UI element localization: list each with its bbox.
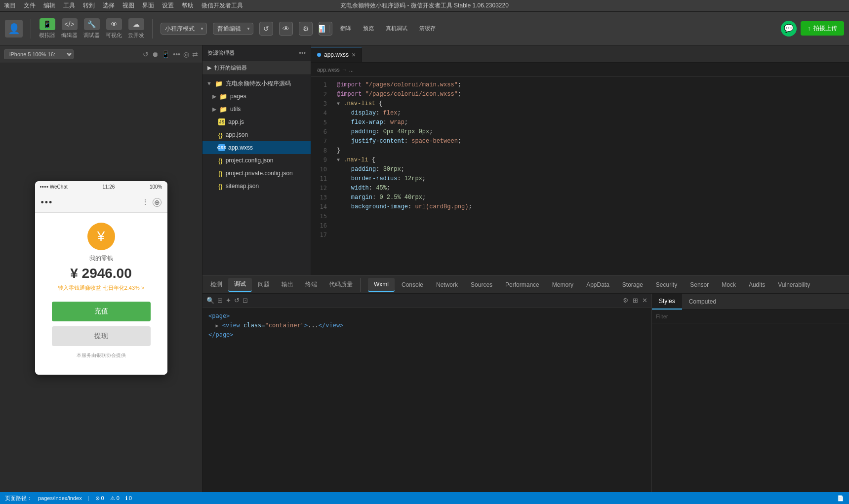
visual-toolbar-btn[interactable]: 👁 可视化 <box>106 18 122 39</box>
tab-storage[interactable]: Storage <box>616 278 649 292</box>
tab-debug[interactable]: 调试 <box>228 278 252 292</box>
styles-tabs: Styles Computed <box>652 294 849 310</box>
folder-pages[interactable]: ▶ 📁 pages <box>202 90 311 103</box>
record-icon[interactable]: ⏺ <box>152 50 159 58</box>
editor-icon: </> <box>62 18 78 30</box>
tab-memory[interactable]: Memory <box>546 278 579 292</box>
back-dots: ••• <box>41 197 53 208</box>
mode-select-wrapper[interactable]: 小程序模式 <box>161 23 207 35</box>
config-btn[interactable]: ⚙ <box>299 22 313 36</box>
file-appjs[interactable]: JS app.js <box>202 116 311 128</box>
page-path-label: 页面路径： <box>5 495 32 502</box>
tab-computed[interactable]: Computed <box>682 294 723 310</box>
menu-item-edit[interactable]: 编辑 <box>43 1 55 10</box>
menu-item-settings[interactable]: 设置 <box>162 1 174 10</box>
tab-vulnerability[interactable]: Vulnerability <box>772 278 816 292</box>
share-icon[interactable]: ⋮ <box>142 198 149 207</box>
upload-btn[interactable]: ↑ 拍摄上传 <box>801 21 844 36</box>
file-appjson[interactable]: {} app.json <box>202 128 311 141</box>
tab-wxml[interactable]: Wxml <box>368 278 395 292</box>
open-editor-btn[interactable]: ▶ 打开的编辑器 <box>202 61 311 75</box>
tab-sources[interactable]: Sources <box>465 278 498 292</box>
menu-item-file[interactable]: 文件 <box>24 1 36 10</box>
detach-icon[interactable]: ⊞ <box>633 297 638 304</box>
menu-item-goto[interactable]: 转到 <box>83 1 95 10</box>
menu-item-interface[interactable]: 界面 <box>142 1 154 10</box>
projectconfig-label: project.config.json <box>226 157 274 164</box>
tab-security[interactable]: Security <box>650 278 683 292</box>
tab-appdata[interactable]: AppData <box>580 278 615 292</box>
xpath-icon[interactable]: ✦ <box>226 297 231 304</box>
breadcrumb-sep1: → <box>342 67 347 73</box>
expand-icon[interactable]: ⊡ <box>243 297 248 304</box>
editor-mode-select[interactable]: 普通编辑 <box>213 23 253 35</box>
circle-btn[interactable]: ⊕ <box>153 198 162 207</box>
device-select-wrapper[interactable]: iPhone 5 100% 16: <box>4 49 74 59</box>
mode-select[interactable]: 小程序模式 <box>161 23 207 35</box>
close-tab-icon[interactable]: × <box>352 51 356 59</box>
tab-styles[interactable]: Styles <box>652 294 682 310</box>
tab-console[interactable]: Console <box>396 278 429 292</box>
code-content[interactable]: @import "/pages/colorui/main.wxss"; @imp… <box>331 77 849 275</box>
reload-icon[interactable]: ↺ <box>143 50 149 58</box>
device-select[interactable]: iPhone 5 100% 16: <box>4 49 74 59</box>
more-btn[interactable]: 📊 ▾ <box>319 22 332 36</box>
phone-icon[interactable]: 📱 <box>162 50 170 58</box>
folder-utils[interactable]: ▶ 📁 utils <box>202 103 311 116</box>
file-sitemap[interactable]: {} sitemap.json <box>202 180 311 193</box>
more-right[interactable]: ▾ <box>329 25 333 33</box>
menu-item-view[interactable]: 视图 <box>122 1 134 10</box>
tab-detect[interactable]: 检测 <box>204 278 228 292</box>
translate-label[interactable]: 翻译 <box>340 25 351 32</box>
project-root[interactable]: ▼ 📁 充电余额特效小程序源码 <box>202 77 311 90</box>
appjs-label: app.js <box>228 118 244 125</box>
close-panel-icon[interactable]: ✕ <box>642 297 647 304</box>
menu-item-project[interactable]: 项目 <box>4 1 16 10</box>
battery-status: 100% <box>150 184 162 190</box>
tab-audits[interactable]: Audits <box>743 278 771 292</box>
cloud-toolbar-btn[interactable]: ☁ 云开发 <box>128 18 144 39</box>
charge-btn[interactable]: 充值 <box>52 302 151 321</box>
simulator-toolbar-btn[interactable]: 📱 模拟器 <box>39 18 55 39</box>
menu-item-help[interactable]: 帮助 <box>182 1 194 10</box>
tab-terminal[interactable]: 终端 <box>299 278 323 292</box>
filter-input[interactable] <box>656 313 845 319</box>
withdraw-btn[interactable]: 提现 <box>52 326 151 346</box>
file-appwxss[interactable]: CSS app.wxss <box>202 141 311 154</box>
more-left[interactable]: 📊 <box>319 25 329 33</box>
projectprivate-label: project.private.config.json <box>226 170 293 177</box>
menu-item-devtools[interactable]: 微信开发者工具 <box>202 1 243 10</box>
file-icon-more[interactable]: ••• <box>299 49 306 57</box>
tab-mock[interactable]: Mock <box>716 278 742 292</box>
refresh-btn[interactable]: ↺ <box>259 22 273 36</box>
toolbar-separator-1 <box>31 19 31 39</box>
editor-tab-appwxss[interactable]: app.wxss × <box>311 47 362 62</box>
dots-icon[interactable]: ••• <box>173 50 180 58</box>
machine-test-label[interactable]: 真机调试 <box>386 25 407 32</box>
preview-btn[interactable]: 👁 <box>279 22 293 36</box>
refresh-wxml-icon[interactable]: ↺ <box>234 297 240 304</box>
menu-item-tools[interactable]: 工具 <box>63 1 75 10</box>
editor-mode-wrapper[interactable]: 普通编辑 <box>213 23 253 35</box>
tab-output[interactable]: 输出 <box>276 278 299 292</box>
menu-item-select[interactable]: 选择 <box>103 1 115 10</box>
editor-toolbar-btn[interactable]: </> 编辑器 <box>61 18 78 39</box>
tab-wxml-label: Wxml <box>374 281 389 288</box>
styles-filter[interactable] <box>652 310 849 323</box>
switch-icon[interactable]: ⇄ <box>192 50 198 58</box>
tab-network[interactable]: Network <box>430 278 464 292</box>
debugger-toolbar-btn[interactable]: 🔧 调试器 <box>83 18 100 39</box>
settings-icon[interactable]: ⚙ <box>623 297 629 304</box>
circle-icon[interactable]: ◎ <box>183 50 189 58</box>
tab-codequality[interactable]: 代码质量 <box>323 278 359 292</box>
file-projectconfig[interactable]: {} project.config.json <box>202 154 311 167</box>
inspect-icon[interactable]: 🔍 <box>206 297 214 304</box>
wxml-icon[interactable]: ⊞ <box>217 297 223 304</box>
tab-performance[interactable]: Performance <box>499 278 545 292</box>
file-projectprivate[interactable]: {} project.private.config.json <box>202 167 311 180</box>
tab-sensor[interactable]: Sensor <box>684 278 715 292</box>
clear-cache-label[interactable]: 清缓存 <box>419 25 436 32</box>
wxml-content: <page> ▶ <view class="container">...</vi… <box>202 308 651 492</box>
tab-issue[interactable]: 问题 <box>252 278 276 292</box>
preview-label[interactable]: 预览 <box>363 25 374 32</box>
